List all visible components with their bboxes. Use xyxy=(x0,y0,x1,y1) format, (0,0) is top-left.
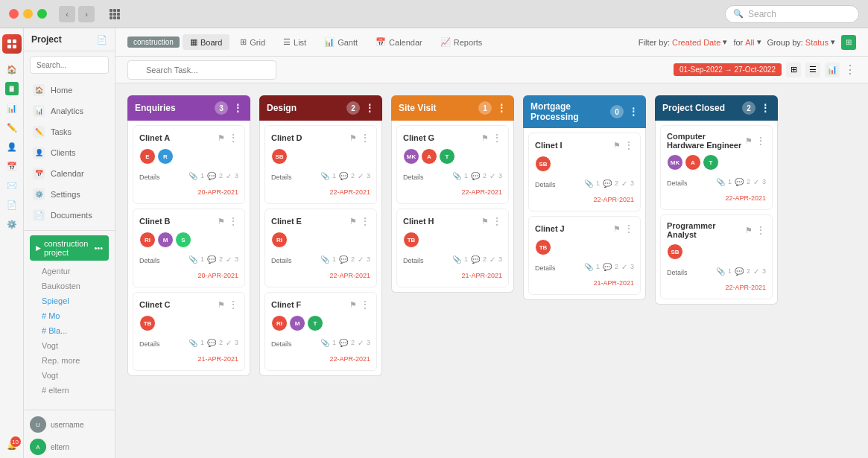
sidebar-icon-calendar[interactable]: 📅 xyxy=(5,159,19,173)
flag-icon[interactable]: ⚑ xyxy=(349,300,357,310)
sidebar-item-settings[interactable]: ⚙️ Settings xyxy=(24,184,115,205)
sidebar-icon-email[interactable]: ✉️ xyxy=(5,179,19,192)
view-icon-2[interactable]: ☰ xyxy=(805,63,820,77)
col-more-enquiries[interactable]: ⋮ xyxy=(232,102,243,114)
tab-reports[interactable]: 📈 Reports xyxy=(433,34,490,50)
for-button[interactable]: for All ▾ xyxy=(733,37,761,47)
sidebar-item-clients[interactable]: 👤 Clients xyxy=(24,142,115,163)
card-design-0[interactable]: Clinet D ⚑ ⋮ SB Details 📎 1 💬 2 ✓ 3 xyxy=(264,125,377,204)
tab-calendar[interactable]: 📅 Calendar xyxy=(368,34,430,50)
search-task-input[interactable] xyxy=(127,60,276,80)
sidebar-icon-analytics[interactable]: 📊 xyxy=(5,101,19,115)
sidebar-active-project[interactable]: ▶ construction project ••• xyxy=(30,235,109,261)
card-enquiries-0[interactable]: Clinet A ⚑ ⋮ ER Details 📎 1 💬 2 ✓ 3 xyxy=(133,125,245,204)
flag-icon[interactable]: ⚑ xyxy=(613,141,621,150)
card-enquiries-2[interactable]: Clinet C ⚑ ⋮ TB Details 📎 1 💬 2 ✓ 3 xyxy=(133,292,245,371)
sidebar-item-tasks[interactable]: ✏️ Tasks xyxy=(24,121,115,142)
forward-button[interactable]: › xyxy=(78,6,95,22)
filter-by-button[interactable]: Filter by: Created Date ▾ xyxy=(639,37,728,47)
sidebar-search-input[interactable] xyxy=(30,56,109,74)
card-closed-0[interactable]: Computer Hardware Engineer ⚑ ⋮ MKAT Deta… xyxy=(660,125,773,210)
close-button[interactable] xyxy=(9,9,19,19)
details-link[interactable]: Details xyxy=(271,174,292,181)
card-more-icon[interactable]: ⋮ xyxy=(228,132,238,144)
details-link[interactable]: Details xyxy=(535,264,556,272)
card-more-icon[interactable]: ⋮ xyxy=(624,139,634,151)
card-more-icon[interactable]: ⋮ xyxy=(755,135,766,147)
sidebar-subitem-7[interactable]: Rep. more xyxy=(33,353,115,368)
tab-board[interactable]: ▦ Board xyxy=(183,34,229,50)
global-search-bar[interactable]: 🔍 Search xyxy=(725,5,859,23)
card-enquiries-1[interactable]: Clinet B ⚑ ⋮ RIMS Details 📎 1 💬 2 ✓ 3 xyxy=(133,209,245,287)
flag-icon[interactable]: ⚑ xyxy=(745,136,753,146)
details-link[interactable]: Details xyxy=(271,257,292,264)
col-more-design[interactable]: ⋮ xyxy=(364,102,375,114)
apps-grid-button[interactable] xyxy=(107,6,123,22)
card-more-icon[interactable]: ⋮ xyxy=(228,215,238,227)
sidebar-icon-clients[interactable]: 👤 xyxy=(5,140,19,153)
flag-icon[interactable]: ⚑ xyxy=(218,217,225,226)
details-link[interactable]: Details xyxy=(667,179,688,187)
tab-gantt[interactable]: 📊 Gantt xyxy=(317,34,365,50)
card-mortgage-1[interactable]: Clinet J ⚑ ⋮ TB Details 📎 1 💬 2 ✓ 3 xyxy=(528,216,641,295)
details-link[interactable]: Details xyxy=(139,340,160,348)
sidebar-subitem-9[interactable]: # eltern xyxy=(33,383,115,398)
card-closed-1[interactable]: Programmer Analyst ⚑ ⋮ SB Details 📎 1 💬 … xyxy=(660,214,773,299)
sidebar-icon-projects[interactable]: 📋 xyxy=(5,82,19,95)
sidebar-subitem-6[interactable]: Vogt xyxy=(33,338,115,353)
tab-grid[interactable]: ⊞ Grid xyxy=(232,34,273,50)
flag-icon[interactable]: ⚑ xyxy=(218,300,225,310)
export-button[interactable]: ⊞ xyxy=(841,35,856,50)
sidebar-subitem-5[interactable]: # Bla... xyxy=(33,323,115,338)
minimize-button[interactable] xyxy=(23,9,33,19)
sidebar-icon-docs[interactable]: 📄 xyxy=(5,198,19,211)
col-more-closed[interactable]: ⋮ xyxy=(760,102,770,114)
view-icon-3[interactable]: 📊 xyxy=(825,63,840,77)
card-more-icon[interactable]: ⋮ xyxy=(360,299,370,311)
group-by-button[interactable]: Group by: Status ▾ xyxy=(767,37,836,47)
card-more-icon[interactable]: ⋮ xyxy=(755,224,766,236)
details-link[interactable]: Details xyxy=(139,174,160,181)
details-link[interactable]: Details xyxy=(535,181,556,188)
card-site-visit-0[interactable]: Clinet G ⚑ ⋮ MKAT Details 📎 1 💬 2 ✓ 3 xyxy=(396,125,509,204)
details-link[interactable]: Details xyxy=(271,340,292,348)
flag-icon[interactable]: ⚑ xyxy=(481,217,489,226)
sidebar-item-analytics[interactable]: 📊 Analytics xyxy=(24,101,115,121)
sidebar-icon-settings[interactable]: ⚙️ xyxy=(5,217,19,231)
details-link[interactable]: Details xyxy=(403,257,424,264)
sidebar-subitem-8[interactable]: Vogt xyxy=(33,368,115,383)
card-design-1[interactable]: Clinet E ⚑ ⋮ RI Details 📎 1 💬 2 ✓ 3 xyxy=(264,209,377,287)
card-more-icon[interactable]: ⋮ xyxy=(228,299,238,311)
card-more-icon[interactable]: ⋮ xyxy=(360,215,370,227)
flag-icon[interactable]: ⚑ xyxy=(481,133,489,143)
sidebar-subitem-4[interactable]: # Mo xyxy=(33,308,115,323)
sidebar-item-home[interactable]: 🏠 Home xyxy=(24,80,115,101)
sidebar-user-1[interactable]: U username xyxy=(24,413,115,436)
sidebar-item-calendar[interactable]: 📅 Calendar xyxy=(24,163,115,184)
card-design-2[interactable]: Clinet F ⚑ ⋮ RIMT Details 📎 1 💬 2 ✓ 3 xyxy=(264,292,377,371)
details-link[interactable]: Details xyxy=(403,174,424,181)
sidebar-user-2[interactable]: A eltern xyxy=(24,436,115,458)
sidebar-subitem-2[interactable]: Baukosten xyxy=(33,279,115,293)
breadcrumb-tag[interactable]: construction xyxy=(127,36,180,48)
card-more-icon[interactable]: ⋮ xyxy=(492,132,502,144)
sidebar-project-icon[interactable]: 📄 xyxy=(97,35,107,45)
flag-icon[interactable]: ⚑ xyxy=(745,226,753,235)
sidebar-subitem-1[interactable]: Agentur xyxy=(33,264,115,279)
back-button[interactable]: ‹ xyxy=(59,6,75,22)
card-more-icon[interactable]: ⋮ xyxy=(360,132,370,144)
sidebar-icon-tasks[interactable]: ✏️ xyxy=(5,121,19,134)
card-more-icon[interactable]: ⋮ xyxy=(624,223,634,235)
sidebar-icon-home[interactable]: 🏠 xyxy=(5,63,19,76)
more-options-button[interactable]: ⋮ xyxy=(844,63,856,77)
card-more-icon[interactable]: ⋮ xyxy=(492,215,502,227)
flag-icon[interactable]: ⚑ xyxy=(613,224,621,234)
sidebar-active-more[interactable]: ••• xyxy=(94,244,103,252)
flag-icon[interactable]: ⚑ xyxy=(218,133,225,143)
details-link[interactable]: Details xyxy=(667,269,688,276)
flag-icon[interactable]: ⚑ xyxy=(349,133,357,143)
col-more-mortgage[interactable]: ⋮ xyxy=(628,106,639,118)
view-icon-1[interactable]: ⊞ xyxy=(786,63,801,77)
sidebar-subitem-3[interactable]: Spiegel xyxy=(33,293,115,308)
maximize-button[interactable] xyxy=(37,9,47,19)
